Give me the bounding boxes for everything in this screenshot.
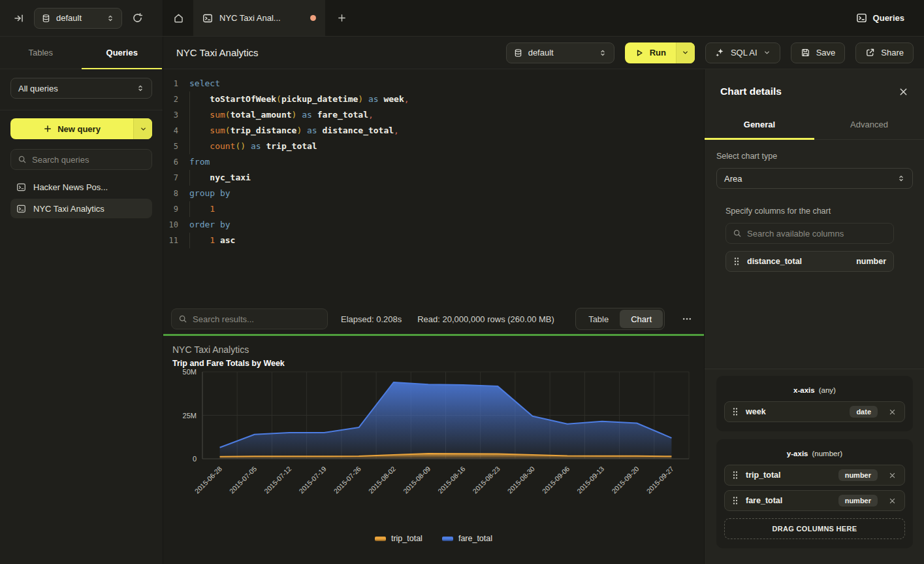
- chart-details-title: Chart details: [720, 86, 782, 97]
- query-filter-select[interactable]: All queries: [10, 78, 152, 99]
- new-query-main: New query: [10, 118, 133, 139]
- columns-label: Specify columns for the chart: [725, 207, 894, 216]
- svg-text:2015-08-02: 2015-08-02: [367, 465, 398, 495]
- remove-column-button[interactable]: [885, 471, 897, 480]
- sql-editor[interactable]: 1select2 toStartOfWeek(pickup_datetime) …: [163, 69, 704, 304]
- x-axis-type-hint: (any): [819, 386, 836, 394]
- refresh-button[interactable]: [132, 12, 143, 24]
- more-options-button[interactable]: [678, 314, 696, 324]
- new-query-dropdown[interactable]: [133, 118, 152, 139]
- view-toggle-table[interactable]: Table: [577, 310, 620, 328]
- new-query-button[interactable]: New query: [10, 118, 152, 139]
- search-icon: [733, 229, 742, 238]
- legend-swatch: [375, 537, 386, 541]
- sidebar-tab-tables[interactable]: Tables: [0, 37, 82, 69]
- code-line: 2 toStartOfWeek(pickup_datetime) as week…: [163, 91, 704, 107]
- y-axis-header: y-axis(number): [724, 445, 905, 460]
- svg-text:2015-09-27: 2015-09-27: [645, 465, 675, 495]
- refresh-icon: [132, 12, 143, 24]
- search-queries-input[interactable]: Search queries: [10, 149, 152, 170]
- drag-handle-icon[interactable]: [732, 471, 739, 480]
- column-name: week: [746, 407, 766, 416]
- chart-details-tabs: General Advanced: [705, 111, 924, 140]
- search-columns-input[interactable]: Search available columns: [725, 223, 894, 244]
- sidebar-tab-queries[interactable]: Queries: [82, 37, 163, 69]
- database-icon: [42, 14, 50, 23]
- run-options-dropdown[interactable]: [676, 42, 695, 63]
- close-panel-button[interactable]: [899, 87, 908, 97]
- chart-title: NYC Taxi Analytics: [172, 344, 704, 355]
- run-button-main[interactable]: Run: [625, 42, 676, 63]
- new-tab-button[interactable]: [325, 0, 358, 36]
- database-icon: [514, 48, 522, 58]
- collapse-sidebar-button[interactable]: [13, 13, 24, 24]
- tab-advanced[interactable]: Advanced: [814, 111, 924, 139]
- chart-type-section: Select chart type Area: [705, 140, 924, 198]
- code-line: 8group by: [163, 186, 704, 201]
- queries-menu-button[interactable]: Queries: [836, 0, 924, 36]
- legend-swatch: [442, 537, 453, 541]
- home-tab[interactable]: [163, 0, 193, 36]
- close-icon: [889, 472, 896, 479]
- chart-head: NYC Taxi Analytics Trip and Fare Totals …: [163, 336, 704, 368]
- drop-zone[interactable]: DRAG COLUMNS HERE: [724, 518, 905, 539]
- run-label: Run: [650, 48, 666, 58]
- sql-ai-button[interactable]: SQL AI: [705, 42, 780, 63]
- y-axis-chip-trip-total[interactable]: trip_total number: [724, 465, 905, 486]
- svg-text:50M: 50M: [183, 368, 197, 376]
- database-selector[interactable]: default: [506, 42, 614, 63]
- view-toggle: Table Chart: [575, 308, 665, 330]
- x-axis-chip-week[interactable]: week date: [724, 401, 905, 422]
- y-axis-card: y-axis(number) trip_total number fare_to…: [716, 439, 913, 548]
- search-columns-placeholder: Search available columns: [747, 229, 844, 239]
- plus-icon: [337, 13, 347, 23]
- query-list-item-hacker-news[interactable]: Hacker News Pos...: [10, 177, 152, 197]
- code-line: 11 1 asc: [163, 233, 704, 248]
- share-button[interactable]: Share: [855, 42, 914, 63]
- read-stat: Read: 20,000,000 rows (260.00 MB): [417, 314, 554, 324]
- terminal-icon: [202, 13, 213, 24]
- svg-text:2015-09-20: 2015-09-20: [610, 465, 641, 495]
- share-icon: [865, 48, 875, 58]
- run-button[interactable]: Run: [625, 42, 695, 63]
- chart-details-panel: Chart details General Advanced Select ch…: [704, 69, 924, 564]
- legend-item-fare_total[interactable]: fare_total: [442, 534, 492, 543]
- content-body: 1select2 toStartOfWeek(pickup_datetime) …: [163, 69, 924, 564]
- database-selector[interactable]: default: [34, 8, 122, 29]
- search-queries-placeholder: Search queries: [32, 155, 89, 165]
- svg-text:2015-07-12: 2015-07-12: [263, 465, 293, 495]
- tab-nyc-taxi-analytics[interactable]: NYC Taxi Anal...: [193, 0, 325, 36]
- more-horizontal-icon: [682, 314, 692, 324]
- svg-text:2015-06-28: 2015-06-28: [193, 465, 224, 495]
- drag-handle-icon[interactable]: [733, 257, 740, 266]
- legend-item-trip_total[interactable]: trip_total: [375, 534, 422, 543]
- search-icon: [178, 314, 187, 323]
- elapsed-stat: Elapsed: 0.208s: [341, 314, 402, 324]
- svg-text:2015-08-09: 2015-08-09: [402, 465, 432, 495]
- code-line: 10order by: [163, 217, 704, 233]
- query-list-item-nyc-taxi[interactable]: NYC Taxi Analytics: [10, 199, 152, 218]
- columns-section: Specify columns for the chart Search ava…: [705, 198, 924, 272]
- chart-type-select[interactable]: Area: [716, 168, 913, 189]
- chevrons-updown-icon: [599, 49, 607, 57]
- tab-general[interactable]: General: [705, 111, 814, 139]
- y-axis-chip-fare-total[interactable]: fare_total number: [724, 490, 905, 511]
- svg-text:0: 0: [193, 455, 197, 463]
- close-icon: [889, 408, 896, 416]
- code-line: 1select: [163, 76, 704, 91]
- topbar: default NYC Taxi Anal... Queries: [0, 0, 924, 37]
- query-list-item-label: Hacker News Pos...: [33, 182, 108, 192]
- drag-handle-icon[interactable]: [732, 407, 739, 416]
- view-toggle-chart[interactable]: Chart: [620, 310, 663, 328]
- share-label: Share: [881, 48, 904, 58]
- save-button[interactable]: Save: [791, 42, 846, 63]
- search-results-input[interactable]: Search results...: [171, 308, 328, 329]
- column-chip-distance-total[interactable]: distance_total number: [725, 251, 894, 272]
- tab-label: NYC Taxi Anal...: [219, 13, 281, 23]
- sidebar-filter-section: All queries: [0, 69, 163, 110]
- remove-column-button[interactable]: [885, 496, 897, 506]
- close-icon: [889, 497, 896, 505]
- remove-column-button[interactable]: [885, 407, 897, 417]
- drag-handle-icon[interactable]: [732, 496, 739, 505]
- chart-type-label: Select chart type: [716, 152, 913, 161]
